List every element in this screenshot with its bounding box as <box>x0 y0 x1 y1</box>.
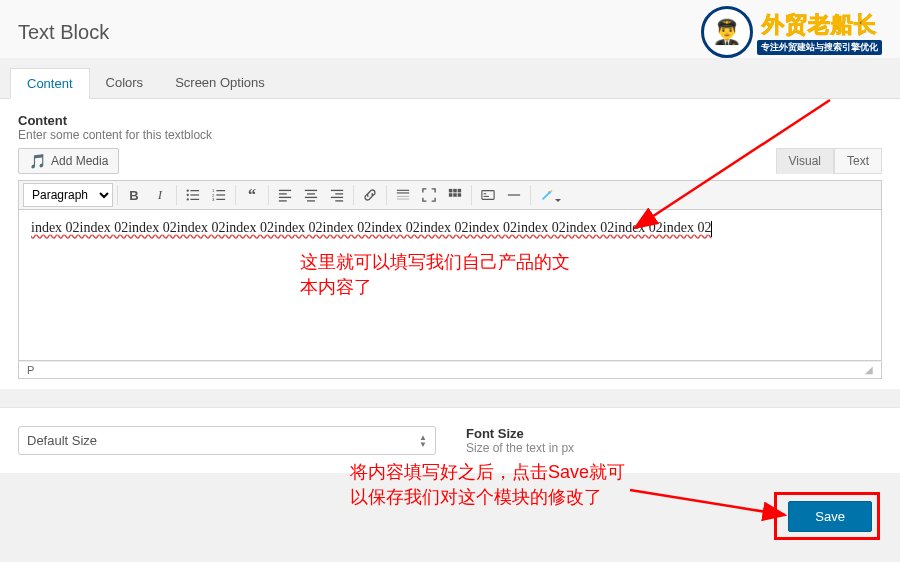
svg-text:3: 3 <box>212 197 215 202</box>
align-left-button[interactable] <box>273 183 297 207</box>
blockquote-button[interactable]: “ <box>240 183 264 207</box>
svg-rect-34 <box>482 191 494 200</box>
svg-rect-19 <box>307 200 315 201</box>
svg-rect-23 <box>335 200 343 201</box>
svg-rect-35 <box>484 193 487 194</box>
svg-rect-30 <box>458 189 462 193</box>
tabs-bar: Content Colors Screen Options <box>0 58 900 99</box>
mode-tab-text[interactable]: Text <box>834 148 882 174</box>
svg-rect-24 <box>397 190 409 191</box>
svg-rect-9 <box>216 194 225 195</box>
bold-button[interactable]: B <box>122 183 146 207</box>
svg-rect-21 <box>335 193 343 194</box>
svg-line-41 <box>630 490 785 515</box>
svg-rect-17 <box>307 193 315 194</box>
size-select-value: Default Size <box>27 433 97 448</box>
align-center-button[interactable] <box>299 183 323 207</box>
bulleted-list-button[interactable] <box>181 183 205 207</box>
svg-point-4 <box>187 198 189 200</box>
svg-rect-7 <box>216 190 225 191</box>
svg-rect-18 <box>305 197 317 198</box>
svg-rect-20 <box>331 190 343 191</box>
italic-button[interactable]: I <box>148 183 172 207</box>
link-button[interactable] <box>358 183 382 207</box>
svg-rect-25 <box>397 192 409 193</box>
camera-music-icon: 🎵 <box>29 153 46 169</box>
insert-more-button[interactable] <box>391 183 415 207</box>
editor-toolbar: Paragraph B I 123 “ <box>18 180 882 210</box>
stepper-icon[interactable]: ▲▼ <box>419 434 427 448</box>
status-path: P <box>27 364 34 376</box>
svg-rect-29 <box>453 189 457 193</box>
svg-rect-26 <box>397 196 409 197</box>
fullscreen-button[interactable] <box>417 183 441 207</box>
svg-rect-22 <box>331 197 343 198</box>
tab-content[interactable]: Content <box>10 68 90 99</box>
add-media-label: Add Media <box>51 154 108 168</box>
editor-text: index 02index 02index 02index 02index 02… <box>31 220 711 235</box>
magic-wand-button[interactable] <box>535 183 559 207</box>
svg-rect-3 <box>190 194 199 195</box>
svg-rect-16 <box>305 190 317 191</box>
svg-rect-28 <box>449 189 453 193</box>
svg-point-38 <box>548 191 551 194</box>
editor-mode-tabs: Visual Text <box>776 148 882 174</box>
tab-screen-options[interactable]: Screen Options <box>159 68 281 98</box>
svg-rect-15 <box>279 200 287 201</box>
font-size-desc: Size of the text in px <box>466 441 574 455</box>
logo-main-text: 外贸老船长 <box>762 10 877 40</box>
hr-button[interactable] <box>502 183 526 207</box>
editor-textarea[interactable]: index 02index 02index 02index 02index 02… <box>18 210 882 361</box>
numbered-list-button[interactable]: 123 <box>207 183 231 207</box>
mode-tab-visual[interactable]: Visual <box>776 148 834 174</box>
logo-sub-text: 专注外贸建站与搜索引擎优化 <box>757 40 882 55</box>
font-size-info: Font Size Size of the text in px <box>466 426 574 455</box>
text-cursor <box>711 221 712 237</box>
editor-status-bar: P ◢ <box>18 361 882 379</box>
svg-rect-32 <box>453 193 457 197</box>
svg-rect-11 <box>216 199 225 200</box>
save-button[interactable]: Save <box>788 501 872 532</box>
svg-rect-12 <box>279 190 291 191</box>
svg-rect-36 <box>484 196 489 197</box>
default-size-select[interactable]: Default Size ▲▼ <box>18 426 436 455</box>
captain-icon: 👨‍✈️ <box>701 6 753 58</box>
svg-rect-1 <box>190 190 199 191</box>
content-label: Content <box>18 113 882 128</box>
svg-rect-5 <box>190 199 199 200</box>
svg-rect-14 <box>279 197 291 198</box>
format-select[interactable]: Paragraph <box>23 183 113 207</box>
add-media-button[interactable]: 🎵 Add Media <box>18 148 119 174</box>
svg-point-0 <box>187 189 189 191</box>
font-size-label: Font Size <box>466 426 574 441</box>
resize-handle-icon[interactable]: ◢ <box>865 364 873 376</box>
svg-rect-13 <box>279 193 287 194</box>
font-size-row: Default Size ▲▼ Font Size Size of the te… <box>0 408 900 473</box>
align-right-button[interactable] <box>325 183 349 207</box>
svg-rect-37 <box>508 194 520 195</box>
svg-rect-31 <box>449 193 453 197</box>
tab-colors[interactable]: Colors <box>90 68 160 98</box>
brand-logo: 👨‍✈️ 外贸老船长 专注外贸建站与搜索引擎优化 <box>701 6 882 58</box>
svg-rect-27 <box>397 199 409 200</box>
insert-shortcode-button[interactable] <box>476 183 500 207</box>
svg-point-2 <box>187 194 189 196</box>
svg-rect-33 <box>458 193 462 197</box>
content-desc: Enter some content for this textblock <box>18 128 882 142</box>
content-panel: Content Enter some content for this text… <box>0 99 900 389</box>
toolbar-toggle-button[interactable] <box>443 183 467 207</box>
page-title: Text Block <box>18 21 109 44</box>
